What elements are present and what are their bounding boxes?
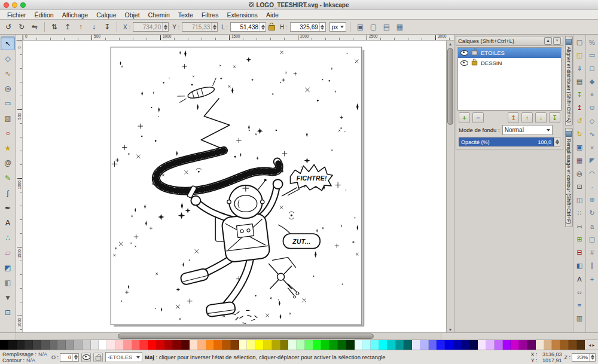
palette-swatch-69[interactable] (569, 340, 577, 350)
calligraphy-tool[interactable]: ✒ (1, 201, 15, 215)
unlink-clone-button[interactable]: ∺ (574, 221, 585, 232)
new-document-button[interactable]: ▢ (574, 36, 585, 48)
palette-swatch-28[interactable] (231, 340, 239, 350)
snap-line-midpoints-toggle[interactable]: · (587, 181, 598, 192)
palette-swatch-27[interactable] (222, 340, 231, 350)
snap-object-centers-toggle[interactable]: ⊕ (587, 194, 598, 206)
palette-swatch-39[interactable] (321, 340, 329, 350)
snap-paths-toggle[interactable]: ∿ (587, 129, 598, 140)
print-button[interactable]: ▤ (574, 76, 585, 87)
rotate-90-cw-button[interactable]: ↻ (16, 21, 28, 33)
palette-swatch-14[interactable] (115, 340, 124, 350)
palette-swatch-54[interactable] (445, 340, 453, 350)
node-tool[interactable]: ◇ (1, 51, 15, 65)
transform-pattern-toggle[interactable]: ▦ (393, 21, 405, 33)
palette-swatch-55[interactable] (453, 340, 462, 350)
width-field[interactable]: 51,438 (230, 22, 266, 32)
palette-scroll-arrows[interactable]: ◂ ▸ (585, 340, 598, 350)
create-clone-button[interactable]: ∷ (574, 207, 585, 219)
snap-nodes-toggle[interactable]: ◇ (587, 115, 598, 127)
flip-horizontal-button[interactable]: ⇋ (29, 21, 41, 33)
palette-swatch-46[interactable] (379, 340, 388, 350)
zoom-page-button[interactable]: ⊡ (574, 181, 585, 192)
palette-swatch-19[interactable] (157, 340, 165, 350)
palette-swatch-4[interactable] (33, 340, 41, 350)
ungroup-button[interactable]: ⊟ (574, 247, 585, 258)
horizontal-ruler[interactable]: 050010001500200025003000 (23, 35, 454, 41)
palette-swatch-32[interactable] (264, 340, 272, 350)
palette-swatch-23[interactable] (190, 340, 198, 350)
menu-item-2[interactable]: Affichage (59, 11, 92, 19)
palette-swatch-6[interactable] (50, 340, 58, 350)
palette-swatch-49[interactable] (404, 340, 412, 350)
text-dialog-button[interactable]: A (574, 273, 585, 285)
palette-swatch-25[interactable] (206, 340, 215, 350)
canvas[interactable]: FICHTRE! ZUT... (23, 41, 446, 332)
snap-bbox-edge-midpoints-toggle[interactable]: ⋄ (587, 89, 598, 100)
lower-to-bottom-button[interactable]: ↧ (101, 21, 113, 33)
current-layer-dropdown[interactable]: -ETOILES (105, 352, 142, 362)
layer-visibility-toggle[interactable] (81, 353, 91, 362)
palette-swatch-15[interactable] (124, 340, 132, 350)
palette-swatch-16[interactable] (132, 340, 141, 350)
palette-swatch-12[interactable] (99, 340, 107, 350)
height-field[interactable]: 325,69 (290, 22, 326, 32)
align-dialog-button[interactable]: ≡ (574, 299, 585, 311)
zoom-drawing-button[interactable]: ◎ (574, 168, 585, 179)
fill-stroke-dialog-button[interactable]: ◧ (574, 260, 585, 271)
palette-swatch-45[interactable] (371, 340, 379, 350)
remove-layer-button[interactable]: − (472, 112, 484, 123)
xml-editor-button[interactable]: ‹› (574, 286, 585, 298)
menu-item-5[interactable]: Chemin (145, 11, 173, 19)
selector-tool[interactable]: ↖ (1, 36, 15, 50)
bezier-pen-tool[interactable]: ∫ (1, 186, 15, 200)
menu-item-3[interactable]: Calque (93, 11, 120, 19)
menu-item-7[interactable]: Filtres (198, 11, 222, 19)
palette-swatch-48[interactable] (396, 340, 404, 350)
palette-swatch-62[interactable] (511, 340, 519, 350)
lower-button[interactable]: ↓ (88, 21, 100, 33)
layer-row-etoiles[interactable]: ETOILES (458, 48, 561, 58)
zoom-field[interactable]: 23% (572, 353, 596, 362)
snap-path-intersections-toggle[interactable]: × (587, 142, 598, 153)
eye-icon[interactable] (460, 60, 468, 66)
layer-to-bottom-button[interactable]: ↧ (549, 112, 560, 123)
palette-swatch-1[interactable] (8, 340, 17, 350)
duplicate-button[interactable]: ◫ (574, 194, 585, 206)
opacity-spinner[interactable] (554, 137, 560, 147)
pencil-tool[interactable]: ✎ (1, 171, 15, 185)
transform-corners-toggle[interactable]: ▢ (367, 21, 379, 33)
snap-enable-toggle[interactable]: % (587, 36, 598, 48)
minimize-window-button[interactable] (12, 2, 17, 8)
palette-swatch-22[interactable] (181, 340, 190, 350)
snap-bbox-centers-toggle[interactable]: ⊙ (587, 102, 598, 114)
export-button[interactable]: ↥ (574, 102, 585, 114)
palette-swatch-67[interactable] (552, 340, 560, 350)
palette-swatch-44[interactable] (362, 340, 371, 350)
snap-bbox-toggle[interactable]: ▭ (587, 50, 598, 61)
vertical-scrollbar[interactable]: ▲ ▼ (446, 41, 454, 332)
palette-swatch-11[interactable] (91, 340, 99, 350)
palette-swatch-5[interactable] (41, 340, 50, 350)
palette-swatch-53[interactable] (437, 340, 445, 350)
palette-swatch-60[interactable] (495, 340, 503, 350)
dialog-close-button[interactable]: × (553, 37, 561, 45)
scroll-down-arrow[interactable]: ▼ (447, 326, 454, 332)
ruler-origin-corner[interactable] (16, 35, 23, 41)
layer-to-top-button[interactable]: ↥ (508, 112, 519, 123)
spiral-tool[interactable]: @ (1, 156, 15, 170)
save-document-button[interactable]: ⇓ (574, 63, 585, 74)
close-window-button[interactable] (4, 2, 9, 8)
flip-vertical-button[interactable]: ⇅ (48, 21, 60, 33)
zoom-window-button[interactable] (20, 2, 26, 8)
menu-item-8[interactable]: Extensions (224, 11, 261, 19)
palette-swatch-57[interactable] (470, 340, 478, 350)
snap-page-border-toggle[interactable]: ▢ (587, 234, 598, 245)
palette-swatch-18[interactable] (148, 340, 157, 350)
palette-swatch-33[interactable] (272, 340, 280, 350)
palette-swatch-36[interactable] (297, 340, 305, 350)
snap-rotation-centers-toggle[interactable]: ↻ (587, 207, 598, 219)
layer-lock-toggle[interactable] (93, 353, 103, 362)
lock-icon[interactable] (472, 51, 477, 56)
snap-text-baseline-toggle[interactable]: a (587, 221, 598, 232)
